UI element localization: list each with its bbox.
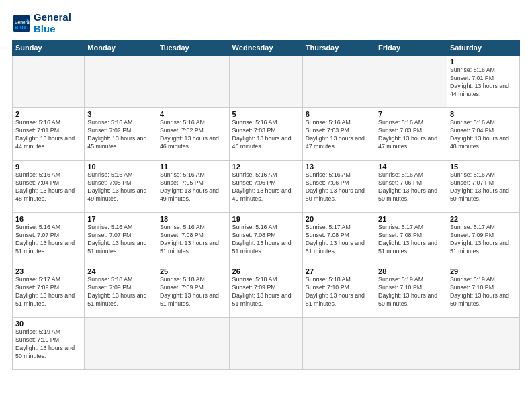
logo-icon: General Blue (12, 14, 31, 33)
day-info: Sunrise: 5:16 AMSunset: 7:07 PMDaylight:… (15, 224, 81, 256)
day-info: Sunrise: 5:16 AMSunset: 7:03 PMDaylight:… (378, 119, 444, 151)
table-row (302, 318, 375, 370)
table-row: 20Sunrise: 5:17 AMSunset: 7:08 PMDayligh… (302, 213, 375, 265)
table-row: 30Sunrise: 5:19 AMSunset: 7:10 PMDayligh… (13, 318, 85, 370)
table-row: 27Sunrise: 5:18 AMSunset: 7:10 PMDayligh… (302, 265, 375, 318)
table-row (13, 56, 85, 108)
day-info: Sunrise: 5:18 AMSunset: 7:10 PMDaylight:… (306, 276, 372, 308)
table-row: 21Sunrise: 5:17 AMSunset: 7:08 PMDayligh… (375, 213, 447, 265)
day-info: Sunrise: 5:16 AMSunset: 7:08 PMDaylight:… (160, 224, 226, 256)
day-info: Sunrise: 5:18 AMSunset: 7:09 PMDaylight:… (87, 276, 154, 308)
table-row (157, 318, 229, 370)
table-row (302, 56, 375, 108)
day-number: 19 (232, 215, 300, 223)
day-info: Sunrise: 5:16 AMSunset: 7:01 PMDaylight:… (15, 119, 81, 151)
day-number: 25 (160, 267, 226, 275)
day-info: Sunrise: 5:16 AMSunset: 7:05 PMDaylight:… (87, 171, 154, 203)
day-number: 5 (232, 110, 300, 118)
table-row: 29Sunrise: 5:19 AMSunset: 7:10 PMDayligh… (447, 265, 519, 318)
table-row (85, 318, 157, 370)
logo-text: General Blue (34, 12, 71, 34)
table-row: 7Sunrise: 5:16 AMSunset: 7:03 PMDaylight… (375, 108, 447, 161)
day-info: Sunrise: 5:16 AMSunset: 7:06 PMDaylight:… (306, 171, 372, 203)
day-number: 14 (378, 163, 444, 171)
day-number: 27 (306, 267, 372, 275)
day-info: Sunrise: 5:17 AMSunset: 7:09 PMDaylight:… (450, 224, 517, 256)
table-row: 26Sunrise: 5:18 AMSunset: 7:09 PMDayligh… (229, 265, 302, 318)
col-header-sunday: Sunday (13, 40, 85, 56)
table-row: 3Sunrise: 5:16 AMSunset: 7:02 PMDaylight… (85, 108, 157, 161)
day-number: 15 (450, 163, 517, 171)
day-info: Sunrise: 5:16 AMSunset: 7:03 PMDaylight:… (306, 119, 372, 151)
day-info: Sunrise: 5:16 AMSunset: 7:06 PMDaylight:… (378, 171, 444, 203)
logo: General Blue General Blue (12, 12, 71, 34)
day-info: Sunrise: 5:19 AMSunset: 7:10 PMDaylight:… (15, 328, 81, 361)
table-row (229, 56, 302, 108)
table-row: 5Sunrise: 5:16 AMSunset: 7:03 PMDaylight… (229, 108, 302, 161)
table-row: 15Sunrise: 5:16 AMSunset: 7:07 PMDayligh… (447, 161, 519, 213)
col-header-saturday: Saturday (447, 40, 519, 56)
day-number: 4 (160, 110, 226, 118)
table-row (229, 318, 302, 370)
table-row: 13Sunrise: 5:16 AMSunset: 7:06 PMDayligh… (302, 161, 375, 213)
page: General Blue General Blue SundayMondayTu… (0, 0, 532, 411)
day-number: 29 (450, 267, 517, 275)
day-number: 18 (160, 215, 226, 223)
day-info: Sunrise: 5:16 AMSunset: 7:02 PMDaylight:… (160, 119, 226, 151)
calendar-table: SundayMondayTuesdayWednesdayThursdayFrid… (12, 40, 520, 370)
day-info: Sunrise: 5:19 AMSunset: 7:10 PMDaylight:… (450, 276, 517, 308)
col-header-monday: Monday (85, 40, 157, 56)
day-number: 21 (378, 215, 444, 223)
day-info: Sunrise: 5:16 AMSunset: 7:06 PMDaylight:… (232, 171, 300, 203)
day-number: 9 (15, 163, 81, 171)
day-number: 20 (306, 215, 372, 223)
table-row (157, 56, 229, 108)
table-row: 11Sunrise: 5:16 AMSunset: 7:05 PMDayligh… (157, 161, 229, 213)
day-info: Sunrise: 5:18 AMSunset: 7:09 PMDaylight:… (232, 276, 300, 308)
table-row: 19Sunrise: 5:16 AMSunset: 7:08 PMDayligh… (229, 213, 302, 265)
day-info: Sunrise: 5:16 AMSunset: 7:04 PMDaylight:… (15, 171, 81, 203)
day-number: 22 (450, 215, 517, 223)
table-row: 6Sunrise: 5:16 AMSunset: 7:03 PMDaylight… (302, 108, 375, 161)
col-header-friday: Friday (375, 40, 447, 56)
table-row: 4Sunrise: 5:16 AMSunset: 7:02 PMDaylight… (157, 108, 229, 161)
day-info: Sunrise: 5:16 AMSunset: 7:05 PMDaylight:… (160, 171, 226, 203)
day-number: 17 (87, 215, 154, 223)
day-number: 3 (87, 110, 154, 118)
table-row (85, 56, 157, 108)
svg-text:Blue: Blue (15, 24, 27, 30)
table-row: 18Sunrise: 5:16 AMSunset: 7:08 PMDayligh… (157, 213, 229, 265)
day-info: Sunrise: 5:16 AMSunset: 7:02 PMDaylight:… (87, 119, 154, 151)
day-number: 11 (160, 163, 226, 171)
table-row: 24Sunrise: 5:18 AMSunset: 7:09 PMDayligh… (85, 265, 157, 318)
day-info: Sunrise: 5:17 AMSunset: 7:08 PMDaylight:… (378, 224, 444, 256)
day-number: 16 (15, 215, 81, 223)
day-info: Sunrise: 5:16 AMSunset: 7:07 PMDaylight:… (450, 171, 517, 203)
day-number: 26 (232, 267, 300, 275)
table-row: 10Sunrise: 5:16 AMSunset: 7:05 PMDayligh… (85, 161, 157, 213)
table-row: 8Sunrise: 5:16 AMSunset: 7:04 PMDaylight… (447, 108, 519, 161)
day-info: Sunrise: 5:18 AMSunset: 7:09 PMDaylight:… (160, 276, 226, 308)
day-info: Sunrise: 5:16 AMSunset: 7:03 PMDaylight:… (232, 119, 300, 151)
day-number: 13 (306, 163, 372, 171)
day-info: Sunrise: 5:17 AMSunset: 7:08 PMDaylight:… (306, 224, 372, 256)
day-info: Sunrise: 5:16 AMSunset: 7:04 PMDaylight:… (450, 119, 517, 151)
table-row: 9Sunrise: 5:16 AMSunset: 7:04 PMDaylight… (13, 161, 85, 213)
day-number: 28 (378, 267, 444, 275)
day-info: Sunrise: 5:17 AMSunset: 7:09 PMDaylight:… (15, 276, 81, 308)
day-info: Sunrise: 5:16 AMSunset: 7:08 PMDaylight:… (232, 224, 300, 256)
day-number: 24 (87, 267, 154, 275)
col-header-thursday: Thursday (302, 40, 375, 56)
table-row: 16Sunrise: 5:16 AMSunset: 7:07 PMDayligh… (13, 213, 85, 265)
day-number: 8 (450, 110, 517, 118)
table-row: 22Sunrise: 5:17 AMSunset: 7:09 PMDayligh… (447, 213, 519, 265)
day-number: 7 (378, 110, 444, 118)
table-row: 12Sunrise: 5:16 AMSunset: 7:06 PMDayligh… (229, 161, 302, 213)
day-info: Sunrise: 5:16 AMSunset: 7:07 PMDaylight:… (87, 224, 154, 256)
table-row: 14Sunrise: 5:16 AMSunset: 7:06 PMDayligh… (375, 161, 447, 213)
table-row (447, 318, 519, 370)
day-number: 10 (87, 163, 154, 171)
table-row (375, 56, 447, 108)
table-row: 17Sunrise: 5:16 AMSunset: 7:07 PMDayligh… (85, 213, 157, 265)
day-info: Sunrise: 5:16 AMSunset: 7:01 PMDaylight:… (450, 66, 517, 99)
